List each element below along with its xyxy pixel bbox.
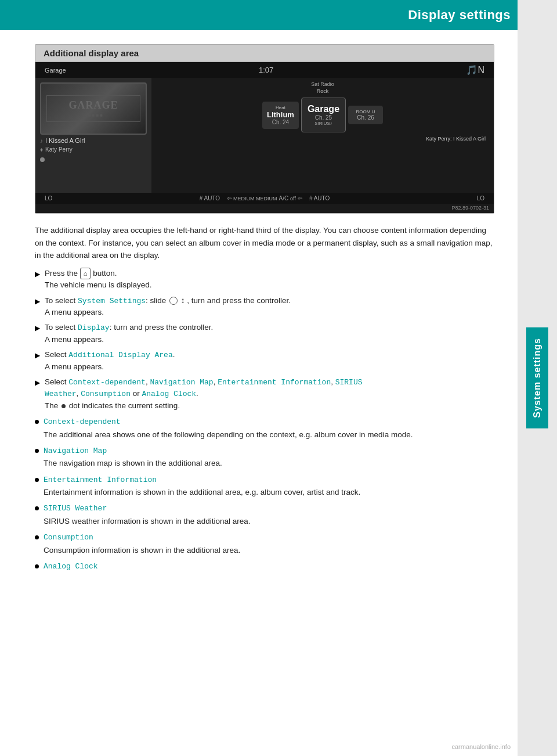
- car-auto1: # AUTO: [200, 195, 220, 201]
- bullet-dot-3: [35, 478, 39, 482]
- artist-icon: ♦: [40, 146, 43, 153]
- car-artist: ♦ Katy Perry: [40, 146, 147, 153]
- car-bottom-center: # AUTO ⇦ MEDIUM MEDIUM A/C off ⇦ # AUTO: [200, 195, 330, 201]
- step-1-sub: The vehicle menu is displayed.: [45, 279, 494, 291]
- car-ac-controls: ⇦ MEDIUM MEDIUM A/C off ⇦: [227, 195, 302, 201]
- step-2-sub: A menu appears.: [45, 307, 494, 318]
- step-3-sub: A menu appears.: [45, 334, 494, 345]
- car-channel-num-26: Ch. 26: [353, 114, 378, 121]
- step-list: ▶ Press the ⌂ button. The vehicle menu i…: [35, 268, 494, 412]
- car-ac-arrow-right: ⇦: [298, 195, 302, 201]
- car-album-art: GARAGE ■ ■ ■ ■ ■: [40, 82, 147, 135]
- bullet-list: Context-dependent The additional area sh…: [35, 416, 494, 573]
- car-channel-name-lithium: Lithium: [267, 110, 294, 119]
- step-5-text: Select Context-dependent, Navigation Map…: [45, 376, 494, 412]
- car-ac-sub: off: [290, 196, 296, 201]
- step-1: ▶ Press the ⌂ button. The vehicle menu i…: [35, 268, 494, 291]
- car-album-art-inner: GARAGE ■ ■ ■ ■ ■: [46, 95, 140, 122]
- step-2-text: To select System Settings: slide ↕ , tur…: [45, 295, 494, 319]
- step-4-mono: Additional Display Area: [68, 351, 172, 359]
- car-channels: Heat Lithium Ch. 24 Garage Ch. 25 SIRIUS…: [155, 98, 490, 132]
- top-header-bar: Display settings: [0, 0, 557, 30]
- car-ui-topright-icon: 🎵N: [466, 64, 484, 75]
- music-note-icon: ♪: [40, 138, 43, 144]
- step-5-mono5: Consumption: [81, 390, 131, 398]
- car-auto2-label: # AUTO: [309, 195, 330, 201]
- section-box: Additional display area Garage 1:07 🎵N G…: [35, 44, 494, 214]
- bullet-content-5: Consumption Consumption information is s…: [44, 532, 494, 556]
- sidebar-label: System settings: [526, 327, 548, 429]
- car-channel-name-garage: Garage: [308, 104, 339, 114]
- car-ui-body: GARAGE ■ ■ ■ ■ ■ ♪ I Kissed A Girl ♦ Kat…: [35, 78, 494, 193]
- bullet-entertainment: Entertainment Information Entertainment …: [35, 474, 494, 499]
- bullet-heading-1: Context-dependent: [44, 416, 494, 428]
- img-caption: P82.89-0702-31: [35, 204, 494, 213]
- bullet-heading-5: Consumption: [44, 532, 494, 543]
- car-radio-label: Sat Radio: [311, 81, 334, 87]
- car-genre: Rock: [317, 88, 329, 94]
- bullet-desc-1: The additional area shows one of the fol…: [44, 430, 413, 439]
- car-channel-label-room: ROOM U: [353, 109, 378, 114]
- bullet-dot-1: [35, 420, 39, 424]
- bullet-sirius-weather: SIRIUS Weather SIRIUS weather informatio…: [35, 503, 494, 527]
- step-5-mono6: Analog Clock: [142, 390, 196, 398]
- step-2-mono: System Settings: [78, 297, 146, 305]
- car-ui-time: 1:07: [259, 66, 273, 74]
- car-ui-left-panel: GARAGE ■ ■ ■ ■ ■ ♪ I Kissed A Girl ♦ Kat…: [35, 78, 151, 193]
- car-dot-row: [40, 157, 147, 162]
- circle-controller-icon: [169, 297, 178, 305]
- car-song-title: ♪ I Kissed A Girl: [40, 137, 147, 144]
- car-channel-label-heat: Heat: [267, 105, 294, 110]
- dot-indicator: [62, 404, 66, 408]
- bullet-desc-3: Entertainment information is shown in th…: [44, 488, 360, 496]
- step-5: ▶ Select Context-dependent, Navigation M…: [35, 376, 494, 412]
- step-5-mono2: Navigation Map: [150, 378, 213, 387]
- car-channel-lithium: Heat Lithium Ch. 24: [262, 102, 299, 129]
- bullet-navigation-map: Navigation Map The navigation map is sho…: [35, 445, 494, 470]
- step-3: ▶ To select Display: turn and press the …: [35, 322, 494, 345]
- car-ui-screenshot: Garage 1:07 🎵N GARAGE ■ ■ ■ ■ ■ ♪: [35, 62, 494, 213]
- car-channel-garage: Garage Ch. 25 SIRIUS♪: [301, 98, 346, 132]
- home-button-icon: ⌂: [80, 268, 91, 280]
- bullet-desc-4: SIRIUS weather information is shown in t…: [44, 517, 250, 525]
- car-lo-left-label: LO: [45, 195, 52, 201]
- car-indicator-dot: [40, 157, 45, 162]
- bullet-content-4: SIRIUS Weather SIRIUS weather informatio…: [44, 503, 494, 527]
- bullet-desc-5: Consumption information is shown in the …: [44, 546, 240, 555]
- step-3-arrow: ▶: [35, 323, 40, 333]
- bullet-dot-4: [35, 506, 39, 510]
- car-bottom-lo-left: LO: [45, 195, 52, 201]
- bullet-heading-4: SIRIUS Weather: [44, 503, 494, 514]
- car-channel-roomu: ROOM U Ch. 26: [348, 106, 383, 124]
- bullet-dot-6: [35, 564, 39, 568]
- car-ac-label: A/C: [279, 195, 289, 201]
- step-1-text: Press the ⌂ button. The vehicle menu is …: [45, 268, 494, 291]
- bullet-consumption: Consumption Consumption information is s…: [35, 532, 494, 556]
- step-4-text: Select Additional Display Area. A menu a…: [45, 349, 494, 373]
- watermark: carmanualonline.info: [451, 743, 511, 750]
- car-now-playing: Katy Perry: I Kissed A Girl: [155, 136, 490, 142]
- car-channel-num-25: Ch. 25: [308, 114, 339, 121]
- bullet-heading-3: Entertainment Information: [44, 474, 494, 486]
- car-bottom-lo-right: LO: [477, 195, 484, 201]
- step-5-mono3: Entertainment Information: [218, 378, 331, 387]
- step-3-text: To select Display: turn and press the co…: [45, 322, 494, 345]
- bullet-content-3: Entertainment Information Entertainment …: [44, 474, 494, 499]
- car-auto1-label: # AUTO: [200, 195, 220, 201]
- car-ac-arrow-left: ⇦: [227, 195, 232, 201]
- car-ui-location: Garage: [45, 67, 66, 74]
- bullet-content-2: Navigation Map The navigation map is sho…: [44, 445, 494, 470]
- right-sidebar: System settings: [518, 0, 557, 756]
- step-4-arrow: ▶: [35, 350, 40, 361]
- step-4: ▶ Select Additional Display Area. A menu…: [35, 349, 494, 373]
- step-5-arrow: ▶: [35, 377, 40, 388]
- car-ui-center-panel: Sat Radio Rock Heat Lithium Ch. 24 Garag…: [151, 78, 494, 193]
- car-ui-topbar: Garage 1:07 🎵N: [35, 62, 494, 78]
- step-3-mono: Display: [78, 323, 110, 332]
- car-channel-num-24: Ch. 24: [267, 119, 294, 125]
- bullet-context-dependent: Context-dependent The additional area sh…: [35, 416, 494, 441]
- step-1-arrow: ▶: [35, 269, 40, 279]
- bullet-content-1: Context-dependent The additional area sh…: [44, 416, 494, 441]
- car-ui-bottombar: LO # AUTO ⇦ MEDIUM MEDIUM A/C off ⇦: [35, 193, 494, 204]
- step-5-mono1: Context-dependent: [68, 378, 146, 387]
